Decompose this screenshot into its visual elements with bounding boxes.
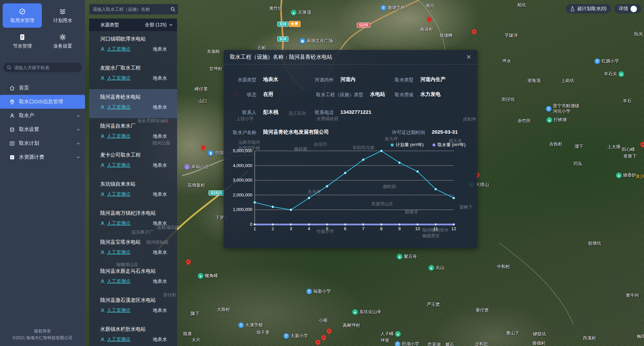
sidebar-item-gis-management[interactable]: 取水口GIS信息管理 — [0, 95, 85, 109]
facility-list-item[interactable]: 东坑镇自来水站 人工监测点 地表水 — [89, 176, 177, 205]
map-place-label[interactable]: 黄牛叫 — [626, 292, 639, 298]
map-place-label[interactable]: 箭塘坑 — [588, 240, 601, 246]
sidebar-item-home[interactable]: 首页 — [0, 81, 85, 95]
map-place-label[interactable]: 文福新小学 — [306, 288, 331, 294]
map-place-label[interactable]: 耀石 — [445, 342, 454, 346]
monitor-type-link[interactable]: 人工监测点 — [107, 162, 131, 168]
monitor-type-link[interactable]: 人工监测点 — [107, 75, 131, 81]
map-place-label[interactable]: ▲聚云寺 — [397, 254, 417, 260]
monitor-type-link[interactable]: 人工监测点 — [107, 278, 131, 285]
map-place-label[interactable]: ⌂幸福山庄 — [184, 164, 209, 170]
map-place-label[interactable]: 梅田村 — [637, 334, 644, 340]
map-place-label[interactable]: 陇下 — [191, 311, 199, 317]
map-place-label[interactable]: 严王窝 — [427, 301, 440, 308]
map-place-label[interactable]: 羊石 — [623, 98, 632, 104]
map-place-label[interactable]: ▲东坑尖山寺 — [352, 309, 381, 315]
sidebar-search[interactable] — [3, 63, 82, 72]
facility-list-item[interactable]: 陆河县激石溪老区水电站 人工监测点 地表水 — [89, 292, 177, 321]
app-tile-planned-water[interactable]: 计划用水 — [43, 3, 82, 28]
map-place-label[interactable]: 坪水 — [502, 58, 511, 64]
map-place-label[interactable]: 溜下 — [575, 143, 583, 150]
map-place-label[interactable]: 南进村 — [420, 26, 433, 32]
map-place-label[interactable]: 龙颈根 — [207, 49, 220, 55]
facility-list-item[interactable]: 河口镇唱歌潭水电站 人工监测点 地表水 — [89, 31, 177, 60]
filter-value[interactable]: 全部 (125) — [145, 22, 167, 28]
map-place-label[interactable]: 善德村 — [532, 340, 545, 346]
map-place-label[interactable]: 思茅湖 — [427, 342, 441, 346]
map-place-label[interactable]: 中和村 — [497, 264, 510, 270]
map-place-label[interactable]: 高树坪村 — [343, 322, 360, 328]
map-place-label[interactable]: ▣高塘文化广场 — [300, 38, 333, 44]
map-place-label[interactable]: 坪里 — [381, 338, 389, 344]
map-place-label[interactable]: ▲打铁塘 — [547, 117, 567, 123]
app-tile-water-intake[interactable]: 取用水管理 — [3, 3, 42, 28]
map-place-label[interactable]: 人子嶂▲ — [381, 331, 401, 337]
map-place-label[interactable]: 粗坑 — [426, 3, 435, 9]
close-icon[interactable]: ✕ — [466, 54, 471, 60]
monitor-type-link[interactable]: 人工监测点 — [107, 249, 131, 256]
sidebar-item-intake-plan[interactable]: 取水计划 — [0, 136, 85, 150]
map-place-label[interactable]: 沙和肚 — [475, 341, 488, 346]
detail-toggle[interactable]: 详情 — [614, 4, 641, 14]
map-place-label[interactable]: 嶂仔里 — [195, 86, 208, 92]
sidebar-search-input[interactable] — [13, 65, 76, 71]
map-place-label[interactable]: 小南 — [319, 317, 328, 323]
facility-list-item[interactable]: 水唇镇水栏肚水电站 人工监测点 地表水 — [89, 321, 177, 346]
facility-list-item[interactable]: 陆河县自来水厂 人工监测点 地表水 — [89, 118, 177, 147]
facility-list-item[interactable]: 陆河县水唇走马石水电站 人工监测点 地表水 — [89, 263, 177, 292]
map-place-label[interactable]: 大片 — [192, 337, 200, 343]
map-place-label[interactable]: 花塘新村 — [188, 182, 205, 188]
facility-list-item[interactable]: 陆河县南万镇杞洋水电站 人工监测点 地表水 — [89, 205, 177, 234]
sidebar-item-intake-settings[interactable]: 取水设置 — [0, 123, 85, 136]
app-tile-settings[interactable]: 业务设置 — [43, 29, 82, 53]
over-plan-button[interactable]: 超计划取水(0) — [566, 4, 611, 14]
map-place-label[interactable]: 上大塘 — [607, 144, 620, 150]
monitor-type-link[interactable]: 人工监测点 — [107, 220, 131, 227]
app-tile-water-saving[interactable]: 节水管理 — [3, 29, 42, 53]
map-place-label[interactable]: 文普宁市船埔镇 河坑小学 — [546, 103, 579, 114]
map-place-label[interactable]: 锣鼓坑 — [533, 331, 546, 337]
map-place-label[interactable]: 相坑 — [517, 2, 526, 8]
map-place-label[interactable]: 文大新小学 — [283, 333, 308, 339]
search-icon[interactable] — [170, 7, 175, 12]
facility-search-input[interactable] — [92, 6, 170, 12]
facility-list-item[interactable]: 麦卡公司取水工程 人工监测点 地表水 — [89, 147, 177, 176]
map-place-label[interactable]: 赤竹田 — [517, 118, 531, 124]
map-place-label[interactable]: 寨仔窝 — [476, 307, 489, 313]
facility-search[interactable] — [89, 4, 178, 15]
map-place-label[interactable]: 黄沙乡 — [636, 174, 644, 180]
map-place-label[interactable]: ▲烧香炉 — [616, 172, 636, 178]
map-place-label[interactable]: 阮光 — [634, 31, 643, 37]
sidebar-item-water-users[interactable]: 取水户 — [0, 109, 85, 123]
map-place-label[interactable]: ▲螺角嶂 — [198, 273, 218, 279]
map-place-label[interactable]: 甘坪村 — [209, 66, 222, 72]
map-place-label[interactable]: 望海顶 — [527, 78, 540, 84]
map-place-label[interactable]: 黄竹坑 — [269, 5, 282, 11]
map-place-label[interactable]: 吉告村 — [549, 141, 562, 147]
map-place-label[interactable]: 田仔坑 — [502, 97, 515, 103]
toggle-knob[interactable] — [631, 6, 637, 12]
monitor-type-link[interactable]: 人工监测点 — [107, 46, 131, 52]
map-place-label[interactable]: 陈屋 — [183, 331, 192, 337]
monitor-type-link[interactable]: 人工监测点 — [107, 308, 131, 314]
map-place-label[interactable]: 凹头 — [573, 161, 582, 167]
map-place-label[interactable]: 田心嶂 — [622, 147, 635, 153]
map-place-label[interactable]: 芋陂洋 — [505, 32, 518, 38]
chevron-down-icon[interactable] — [169, 23, 173, 27]
sidebar-item-water-billing[interactable]: 水资源计费 — [0, 150, 85, 164]
monitor-type-link[interactable]: 人工监测点 — [107, 133, 131, 139]
map-place-label[interactable]: 上岗坑 — [561, 78, 574, 84]
map-place-label[interactable]: 山口 — [198, 98, 207, 104]
map-place-label[interactable]: 文田湖小学 — [395, 341, 419, 346]
map-place-label[interactable]: 文红旗小学 — [594, 58, 619, 64]
map-place-label[interactable]: 老屋下 — [623, 153, 637, 159]
map-place-label[interactable]: ▲尖山 — [428, 265, 444, 271]
facility-filter-bar[interactable]: 水源类型 全部 (125) — [89, 19, 177, 31]
map-place-label[interactable]: 文大溪学校 — [238, 322, 263, 328]
map-place-label[interactable]: 大路村 — [217, 307, 230, 313]
map-place-label[interactable]: 文墩塘学校 — [381, 5, 405, 11]
map-place-label[interactable]: ▲天珠顶 — [291, 9, 311, 16]
monitor-type-link[interactable]: 人工监测点 — [107, 337, 131, 343]
map-place-label[interactable]: 坝子里 — [256, 329, 270, 336]
map-place-label[interactable]: 挨垅蜂 — [440, 32, 453, 38]
